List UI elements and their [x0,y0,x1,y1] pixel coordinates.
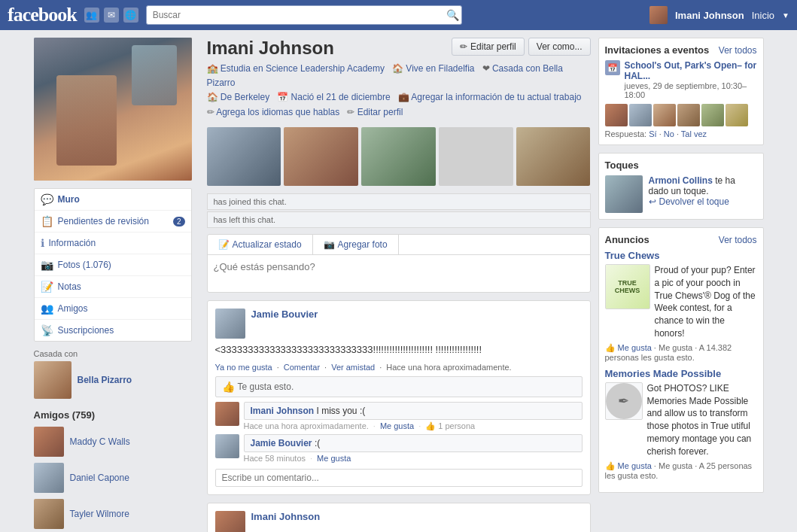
friend-item[interactable]: Daniel Capone [34,460,192,496]
nav-item-informacion[interactable]: ℹ Información [35,233,191,254]
toque-avatar [605,175,643,213]
view-as-button[interactable]: Ver como... [528,38,591,56]
post-author-name[interactable]: Jamie Bouvier [251,309,318,320]
photo-thumb-1[interactable] [207,127,281,186]
ver-amistad-link[interactable]: Ver amistad [331,363,375,372]
info-edit-link[interactable]: Editar perfil [357,107,403,117]
info-school-link[interactable]: Estudia en Science Leadership Academy [221,63,385,74]
update-status-tab[interactable]: 📝 Actualizar estado [208,235,313,254]
status-input[interactable] [208,255,590,290]
comment-input[interactable] [215,469,583,487]
ad-title[interactable]: Memories Made Possible [605,368,757,379]
info-langs-link[interactable]: Agrega los idiomas que hablas [216,107,339,117]
likes-text: Te gusta esto. [238,382,294,392]
ad-item: Memories Made Possible ✒ Got PHOTOS? LIK… [605,368,757,480]
nav-item-muro[interactable]: 💬 Muro [35,189,191,211]
messages-nav-icon[interactable]: ✉ [104,8,119,23]
add-photo-tab[interactable]: 📷 Agregar foto [313,235,399,254]
comment-likes-count: 👍 1 persona [425,421,475,431]
friend-avatar [34,427,64,457]
home-link[interactable]: Inicio [752,10,774,21]
search-submit-button[interactable]: 🔍 [446,9,459,21]
married-label: Casada con [34,349,192,358]
devolver-toque-link[interactable]: ↩ Devolver el toque [649,196,757,207]
edit-icon: ✏ [460,41,467,52]
info-birthday-link[interactable]: Nació el 21 de diciembre [291,92,391,102]
info-work-icon: 💼 [398,92,409,102]
edit-profile-button[interactable]: ✏ Editar perfil [452,38,525,56]
toque-person-name[interactable]: Armoni Collins [649,175,713,186]
info-birthday-icon: 📅 [277,92,288,102]
comment-link[interactable]: Comentar [284,363,320,372]
ad-footer: 👍 Me gusta · Me gusta · A 14.382 persona… [605,343,757,362]
post-author-name[interactable]: Imani Johnson [251,511,321,522]
photo-thumb-4[interactable] [439,127,513,186]
photo-thumb-3[interactable] [361,127,436,186]
commenter-name[interactable]: Imani Johnson [251,406,315,416]
info-city-link[interactable]: Vive en Filadelfia [406,63,474,74]
post-actions: Ya no me gusta · Comentar · Ver amistad … [215,363,583,372]
status-tabs: 📝 Actualizar estado 📷 Agregar foto [208,235,590,255]
nav-item-pendientes[interactable]: 📋 Pendientes de revisión 2 [35,211,191,233]
nav-item-fotos[interactable]: 📷 Fotos (1.076) [35,254,191,276]
post-author-avatar [215,511,245,532]
ad-title[interactable]: True Chews [605,250,757,261]
event-maybe-link[interactable]: Tal vez [681,129,707,138]
friends-sidebar: Amigos (759) Maddy C Walls Daniel Capone… [34,406,192,532]
search-input[interactable] [146,5,462,25]
event-attendee-thumb [653,104,676,126]
ad-like-link[interactable]: Me gusta [618,343,652,352]
status-update-box: 📝 Actualizar estado 📷 Agregar foto [207,234,591,293]
nav-dropdown-icon[interactable]: ▼ [782,11,789,20]
photo-thumb-5[interactable] [516,127,591,186]
ad-like-link[interactable]: Me gusta [618,461,652,470]
thumbs-up-icon: 👍 [222,381,235,393]
ad-like-icon: 👍 [605,461,616,470]
event-response: Respuesta: Sí · No · Tal vez [605,129,757,138]
married-person[interactable]: Bella Pizarro [34,361,192,399]
nav-item-suscripciones[interactable]: 📡 Suscripciones [35,320,191,341]
ad-logo: ✒ [605,382,643,420]
friend-item[interactable]: Maddy C Walls [34,424,192,460]
chat-left: has left this chat. [207,211,591,228]
event-yes-link[interactable]: Sí [649,129,656,138]
left-sidebar: 💬 Muro 📋 Pendientes de revisión 2 ℹ Info… [26,30,199,532]
search-bar: 🔍 [146,5,462,25]
post-body: <3333333333333333333333333333!!!!!!!!!!!… [215,343,583,357]
ad-footer: 👍 Me gusta · Me gusta · A 25 personas le… [605,461,757,480]
photo-thumb-2[interactable] [284,127,358,186]
chat-joined: has joined this chat. [207,193,591,210]
profile-actions: ✏ Editar perfil Ver como... [452,38,590,56]
nav-label-amigos: Amigos [58,303,88,314]
ya-no-gusta-link[interactable]: Ya no me gusta [215,363,272,372]
married-section: Casada con Bella Pizarro [34,349,192,399]
main-content: Imani Johnson ✏ Editar perfil Ver como..… [199,30,598,532]
toque-return-icon: ↩ [649,196,656,207]
commenter-name[interactable]: Jamie Bouvier [251,438,312,448]
notifications-nav-icon[interactable]: 🌐 [123,8,138,23]
nav-item-notas[interactable]: 📝 Notas [35,276,191,298]
facebook-logo: facebook [8,4,77,26]
event-date: jueves, 29 de septiembre, 10:30–18:00 [625,81,757,99]
nav-item-amigos[interactable]: 👥 Amigos [35,298,191,320]
event-no-link[interactable]: No [664,129,674,138]
profile-cover-photo[interactable] [34,38,192,181]
married-avatar [34,361,71,399]
profile-name: Imani Johnson [207,38,334,59]
comment-time: Hace 58 minutos [244,454,306,463]
comment-like-link[interactable]: Me gusta [317,454,351,463]
info-from-link[interactable]: De Berkeley [221,92,269,102]
events-ver-todos-link[interactable]: Ver todos [719,45,757,56]
info-work-link[interactable]: Agregar la información de tu actual trab… [411,92,581,102]
friend-item[interactable]: Tayler Wilmore [34,496,192,532]
fotos-icon: 📷 [41,259,53,271]
friends-nav-icon[interactable]: 👥 [84,8,99,23]
toque-item: Armoni Collins te ha dado un toque. ↩ De… [605,175,757,213]
ad-logo: TRUECHEWS [605,264,650,309]
ad-like-icon: 👍 [605,343,616,352]
comment-like-link[interactable]: Me gusta [380,421,414,431]
nav-username[interactable]: Imani Johnson [675,10,744,21]
comment-item: Jamie Bouvier :( Hace 58 minutos · Me gu… [215,434,583,463]
event-name[interactable]: School's Out, Park's Open– for HAL... [625,60,757,81]
ads-ver-todos-link[interactable]: Ver todos [719,235,757,245]
